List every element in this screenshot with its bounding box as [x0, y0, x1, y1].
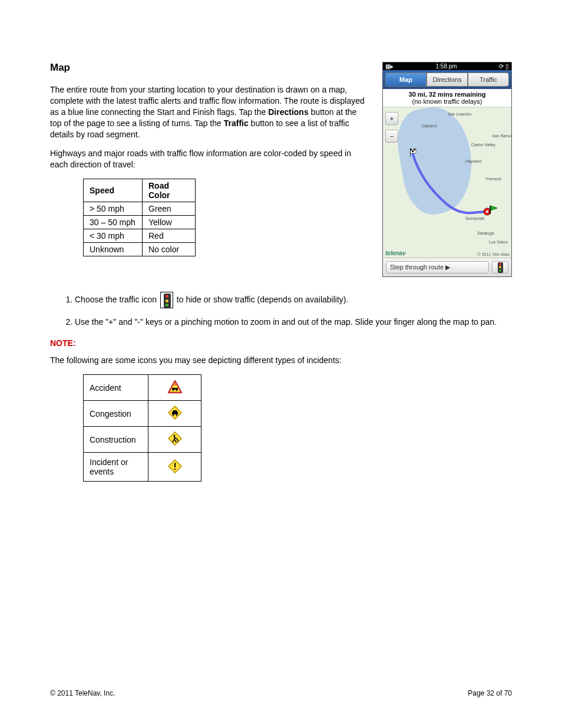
table-row: < 30 mphRed [84, 229, 196, 243]
svg-rect-2 [414, 149, 415, 150]
map-copyright: © 2011 Tele Atlas [478, 252, 510, 256]
svg-point-11 [176, 390, 177, 391]
incident-label: Construction [84, 427, 148, 453]
svg-point-6 [486, 210, 488, 213]
svg-point-10 [172, 390, 173, 391]
phone-map[interactable]: + – San Leandro Oakland Hayward Fremont … [383, 107, 511, 258]
svg-marker-9 [168, 381, 181, 393]
phone-statusbar: ▦▸ 1:58 pm ⟳ ▯ [383, 62, 511, 70]
start-flag-icon [410, 149, 418, 157]
congestion-icon [168, 406, 182, 420]
incident-label: Incident or events [84, 453, 148, 482]
incident-label: Accident [84, 375, 148, 401]
incident-label: Congestion [84, 401, 148, 427]
traffic-light-icon [160, 292, 173, 308]
phone-footer: Step through route ▶ [383, 258, 511, 276]
speed-table: Speed Road Color > 50 mphGreen 30 – 50 m… [83, 179, 196, 256]
finish-flag-icon [489, 205, 498, 214]
accident-icon [167, 380, 183, 394]
th-speed: Speed [84, 179, 143, 202]
traffic-light-icon [498, 262, 503, 273]
brand-label: telenav [385, 250, 405, 256]
svg-rect-23 [174, 469, 176, 470]
svg-point-16 [172, 414, 174, 416]
zoom-in-button[interactable]: + [385, 112, 398, 125]
tab-traffic[interactable]: Traffic [468, 73, 509, 87]
svg-rect-18 [173, 410, 177, 412]
table-row: Congestion [84, 401, 201, 427]
svg-rect-22 [174, 463, 176, 467]
svg-point-17 [176, 414, 177, 416]
page-footer: © 2011 TeleNav, Inc. Page 32 of 70 [50, 689, 512, 697]
paragraph-1: The entire route from your starting loca… [50, 84, 368, 140]
step-1: Choose the traffic icon to hide or show … [75, 292, 512, 308]
svg-rect-3 [412, 150, 414, 152]
th-color: Road Color [143, 179, 196, 202]
phone-info: 30 mi, 32 mins remaining (no known traff… [383, 89, 511, 107]
phone-info-line2: (no known traffic delays) [384, 98, 510, 105]
traffic-toggle-button[interactable] [492, 261, 508, 274]
table-row: Construction [84, 427, 201, 453]
svg-rect-12 [172, 388, 178, 390]
steps-list: Choose the traffic icon to hide or show … [50, 292, 512, 328]
incident-icon [168, 459, 182, 473]
incidents-table: Accident Congestion Construction Inciden… [83, 374, 201, 482]
note-heading: NOTE: [50, 338, 512, 348]
phone-info-line1: 30 mi, 32 mins remaining [384, 91, 510, 98]
table-row: UnknownNo color [84, 243, 196, 256]
footer-copyright: © 2011 TeleNav, Inc. [50, 689, 115, 697]
phone-screenshot: ▦▸ 1:58 pm ⟳ ▯ Map Directions Traffic 30… [382, 62, 512, 277]
svg-marker-7 [490, 206, 497, 210]
phone-time: 1:58 pm [436, 63, 457, 70]
phone-tabs: Map Directions Traffic [383, 70, 511, 89]
tab-directions[interactable]: Directions [427, 73, 468, 87]
construction-icon [168, 431, 182, 446]
zoom-out-button[interactable]: – [385, 130, 398, 143]
step-through-button[interactable]: Step through route ▶ [386, 261, 489, 274]
footer-page-number: Page 32 of 70 [468, 689, 512, 697]
table-row: Accident [84, 375, 201, 401]
table-row: > 50 mphGreen [84, 202, 196, 216]
table-row: Incident or events [84, 453, 201, 482]
svg-marker-19 [168, 432, 181, 445]
paragraph-2: Highways and major roads with traffic fl… [50, 148, 368, 170]
table-row: 30 – 50 mphYellow [84, 216, 196, 229]
note-text: The following are some icons you may see… [50, 355, 512, 366]
step-2: Use the "+" and "-" keys or a pinching m… [75, 317, 512, 328]
tab-map[interactable]: Map [385, 73, 427, 87]
